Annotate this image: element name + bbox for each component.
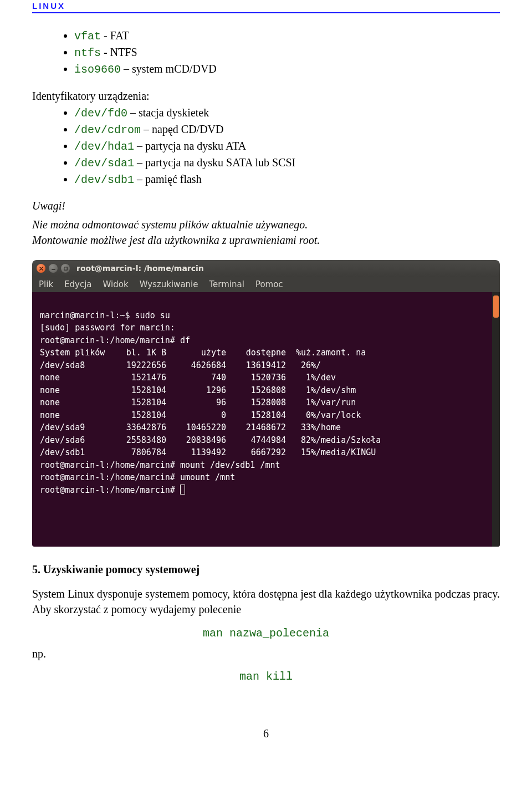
- list-item: /dev/sdb1 – pamięć flash: [74, 171, 500, 188]
- notes-heading: Uwagi!: [32, 198, 500, 213]
- list-item: /dev/hda1 – partycja na dysku ATA: [74, 138, 500, 155]
- dev-desc: – partycja na dysku SATA lub SCSI: [134, 156, 295, 169]
- terminal-window: root@marcin-l: /home/marcin Plik Edycja …: [32, 260, 500, 547]
- fs-desc: – system mCD/DVD: [121, 63, 217, 75]
- dev-desc: – pamięć flash: [134, 173, 202, 185]
- svg-rect-0: [64, 267, 66, 269]
- close-icon[interactable]: [37, 264, 45, 273]
- terminal-line: root@marcin-l:/home/marcin#: [40, 485, 185, 495]
- terminal-line: root@marcin-l:/home/marcin# umount /mnt: [40, 472, 235, 482]
- fs-desc: - FAT: [101, 29, 129, 42]
- menu-item-search[interactable]: Wyszukiwanie: [140, 279, 198, 289]
- man-syntax: man nazwa_polecenia: [32, 627, 500, 640]
- dev-code: /dev/cdrom: [74, 124, 141, 136]
- list-item: /dev/sda1 – partycja na dysku SATA lub S…: [74, 155, 500, 171]
- list-item: ntfs - NTFS: [74, 44, 500, 61]
- fs-types-list: vfat - FAT ntfs - NTFS iso9660 – system …: [74, 28, 500, 78]
- dev-code: /dev/fd0: [74, 107, 127, 120]
- page-number: 6: [32, 727, 500, 740]
- notes-line: Nie można odmontować systemu plików aktu…: [32, 217, 500, 232]
- terminal-title: root@marcin-l: /home/marcin: [76, 264, 204, 273]
- fs-desc: - NTFS: [101, 46, 137, 58]
- notes-line: Montowanie możliwe jest dla użytkownika …: [32, 232, 500, 248]
- df-header-row: System plików bl. 1K B użyte dostępne %u…: [40, 346, 381, 359]
- list-item: /dev/cdrom – napęd CD/DVD: [74, 121, 500, 138]
- fs-code: ntfs: [74, 47, 101, 59]
- terminal-line: marcin@marcin-l:~$ sudo su: [40, 310, 170, 320]
- device-ident-label: Identyfikatory urządzenia:: [32, 90, 500, 103]
- dev-desc: – stacja dyskietek: [127, 106, 209, 119]
- maximize-icon[interactable]: [61, 264, 70, 273]
- dev-code: /dev/hda1: [74, 140, 134, 153]
- list-item: /dev/fd0 – stacja dyskietek: [74, 105, 500, 121]
- dev-desc: – napęd CD/DVD: [141, 123, 223, 135]
- terminal-line: [sudo] password for marcin:: [40, 323, 175, 333]
- table-row: none1528104129615268081%/dev/shm: [40, 384, 381, 397]
- page-header-title: Linux: [32, 0, 500, 13]
- scroll-thumb[interactable]: [493, 295, 499, 318]
- terminal-body[interactable]: marcin@marcin-l:~$ sudo su [sudo] passwo…: [32, 292, 500, 547]
- minimize-icon[interactable]: [49, 264, 58, 273]
- np-label: np.: [32, 648, 500, 660]
- fs-code: vfat: [74, 30, 101, 43]
- list-item: iso9660 – system mCD/DVD: [74, 61, 500, 78]
- table-row: /dev/sda62558348020838496474498482%/medi…: [40, 434, 381, 447]
- terminal-line: root@marcin-l:/home/marcin# mount /dev/s…: [40, 460, 280, 470]
- table-row: /dev/sda81922265646266841361941226%/: [40, 359, 381, 372]
- menu-item-edit[interactable]: Edycja: [64, 279, 91, 289]
- dev-code: /dev/sdb1: [74, 174, 134, 186]
- scrollbar[interactable]: [492, 292, 500, 547]
- cursor-icon: [180, 485, 185, 495]
- table-row: none152147674015207361%/dev: [40, 371, 381, 384]
- terminal-titlebar[interactable]: root@marcin-l: /home/marcin: [32, 260, 500, 277]
- section-5-para: System Linux dysponuje systemem pomocy, …: [32, 586, 500, 617]
- menu-item-help[interactable]: Pomoc: [255, 279, 283, 289]
- menu-item-view[interactable]: Widok: [103, 279, 129, 289]
- section-5-heading: 5. Uzyskiwanie pomocy systemowej: [32, 563, 500, 576]
- table-row: none15281049615280081%/var/run: [40, 396, 381, 409]
- dev-code: /dev/sda1: [74, 157, 134, 170]
- table-row: none1528104015281040%/var/lock: [40, 409, 381, 422]
- device-list: /dev/fd0 – stacja dyskietek /dev/cdrom –…: [74, 105, 500, 188]
- terminal-line: root@marcin-l:/home/marcin# df: [40, 335, 190, 345]
- list-item: vfat - FAT: [74, 28, 500, 44]
- table-row: /dev/sdb178067841139492666729215%/media/…: [40, 446, 381, 459]
- man-example: man kill: [32, 670, 500, 683]
- menu-item-file[interactable]: Plik: [39, 279, 53, 289]
- dev-desc: – partycja na dysku ATA: [134, 140, 246, 152]
- df-output-table: System plików bl. 1K B użyte dostępne %u…: [40, 346, 381, 459]
- table-row: /dev/sda933642876104652202146867233%/hom…: [40, 421, 381, 434]
- fs-code: iso9660: [74, 63, 121, 76]
- terminal-menubar[interactable]: Plik Edycja Widok Wyszukiwanie Terminal …: [32, 277, 500, 292]
- menu-item-terminal[interactable]: Terminal: [209, 279, 244, 289]
